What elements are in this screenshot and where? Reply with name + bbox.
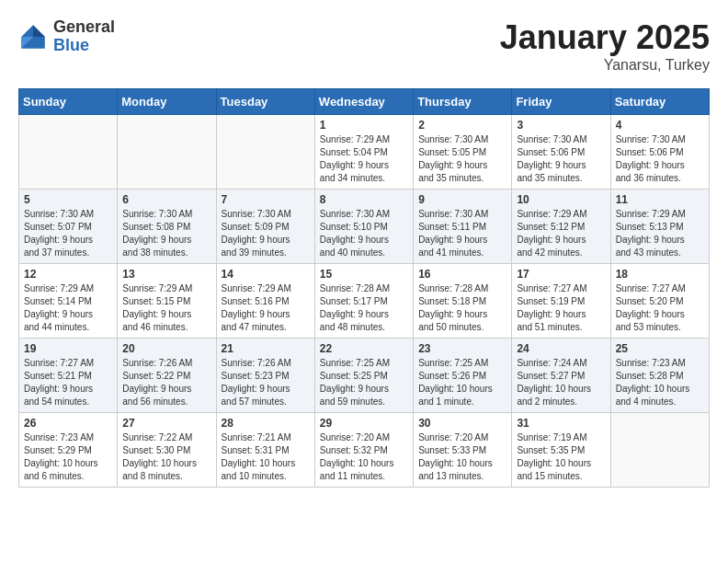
- cell-date: 14: [222, 268, 310, 281]
- cell-date: 17: [517, 268, 605, 281]
- calendar-week-row: 12Sunrise: 7:29 AM Sunset: 5:14 PM Dayli…: [19, 264, 710, 339]
- cell-info: Sunrise: 7:23 AM Sunset: 5:28 PM Dayligh…: [616, 357, 704, 408]
- cell-date: 3: [517, 119, 605, 132]
- table-row: 16Sunrise: 7:28 AM Sunset: 5:18 PM Dayli…: [414, 264, 512, 339]
- cell-info: Sunrise: 7:30 AM Sunset: 5:11 PM Dayligh…: [418, 208, 506, 259]
- cell-date: 7: [222, 193, 310, 206]
- cell-info: Sunrise: 7:29 AM Sunset: 5:04 PM Dayligh…: [320, 133, 408, 185]
- cell-date: 22: [320, 342, 408, 355]
- cell-info: Sunrise: 7:29 AM Sunset: 5:14 PM Dayligh…: [24, 282, 112, 334]
- table-row: 30Sunrise: 7:20 AM Sunset: 5:33 PM Dayli…: [414, 413, 512, 488]
- table-row: 22Sunrise: 7:25 AM Sunset: 5:25 PM Dayli…: [314, 339, 413, 413]
- svg-marker-1: [33, 25, 45, 37]
- cell-date: 21: [222, 342, 310, 355]
- cell-info: Sunrise: 7:29 AM Sunset: 5:12 PM Dayligh…: [517, 208, 605, 259]
- table-row: 27Sunrise: 7:22 AM Sunset: 5:30 PM Dayli…: [118, 413, 216, 488]
- table-row: 23Sunrise: 7:25 AM Sunset: 5:26 PM Dayli…: [414, 339, 512, 413]
- cell-date: 28: [222, 417, 310, 430]
- table-row: 25Sunrise: 7:23 AM Sunset: 5:28 PM Dayli…: [610, 339, 709, 413]
- table-row: [610, 413, 709, 488]
- calendar-table: Sunday Monday Tuesday Wednesday Thursday…: [18, 88, 710, 488]
- cell-date: 25: [616, 342, 704, 355]
- cell-date: 8: [320, 193, 408, 206]
- table-row: 19Sunrise: 7:27 AM Sunset: 5:21 PM Dayli…: [19, 339, 118, 413]
- cell-date: 30: [418, 417, 506, 430]
- cell-date: 9: [418, 193, 506, 206]
- table-row: 24Sunrise: 7:24 AM Sunset: 5:27 PM Dayli…: [512, 339, 610, 413]
- cell-info: Sunrise: 7:21 AM Sunset: 5:31 PM Dayligh…: [222, 431, 310, 483]
- logo-icon: [18, 22, 48, 52]
- cell-date: 29: [320, 417, 408, 430]
- logo-text: General Blue: [53, 18, 115, 55]
- cell-date: 27: [122, 417, 210, 430]
- header-saturday: Saturday: [610, 89, 709, 115]
- table-row: 20Sunrise: 7:26 AM Sunset: 5:22 PM Dayli…: [118, 339, 216, 413]
- table-row: 9Sunrise: 7:30 AM Sunset: 5:11 PM Daylig…: [414, 190, 512, 264]
- table-row: 10Sunrise: 7:29 AM Sunset: 5:12 PM Dayli…: [512, 190, 610, 264]
- cell-info: Sunrise: 7:27 AM Sunset: 5:21 PM Dayligh…: [24, 357, 112, 408]
- table-row: 13Sunrise: 7:29 AM Sunset: 5:15 PM Dayli…: [118, 264, 216, 339]
- cell-info: Sunrise: 7:27 AM Sunset: 5:20 PM Dayligh…: [616, 282, 704, 334]
- table-row: 21Sunrise: 7:26 AM Sunset: 5:23 PM Dayli…: [216, 339, 314, 413]
- calendar-subtitle: Yanarsu, Turkey: [500, 57, 710, 74]
- header-friday: Friday: [512, 89, 610, 115]
- page-header: General Blue January 2025 Yanarsu, Turke…: [18, 18, 710, 74]
- cell-date: 20: [122, 342, 210, 355]
- cell-date: 23: [418, 342, 506, 355]
- cell-date: 4: [616, 119, 704, 132]
- cell-date: 2: [418, 119, 506, 132]
- cell-info: Sunrise: 7:28 AM Sunset: 5:18 PM Dayligh…: [418, 282, 506, 334]
- cell-info: Sunrise: 7:25 AM Sunset: 5:25 PM Dayligh…: [320, 357, 408, 408]
- table-row: 31Sunrise: 7:19 AM Sunset: 5:35 PM Dayli…: [512, 413, 610, 488]
- cell-info: Sunrise: 7:30 AM Sunset: 5:10 PM Dayligh…: [320, 208, 408, 259]
- header-row: Sunday Monday Tuesday Wednesday Thursday…: [19, 89, 710, 115]
- cell-info: Sunrise: 7:30 AM Sunset: 5:07 PM Dayligh…: [24, 208, 112, 259]
- cell-date: 15: [320, 268, 408, 281]
- cell-info: Sunrise: 7:30 AM Sunset: 5:08 PM Dayligh…: [122, 208, 210, 259]
- cell-info: Sunrise: 7:30 AM Sunset: 5:06 PM Dayligh…: [616, 133, 704, 185]
- cell-info: Sunrise: 7:26 AM Sunset: 5:22 PM Dayligh…: [122, 357, 210, 408]
- cell-date: 24: [517, 342, 605, 355]
- logo: General Blue: [18, 18, 115, 55]
- cell-info: Sunrise: 7:30 AM Sunset: 5:05 PM Dayligh…: [418, 133, 506, 185]
- cell-info: Sunrise: 7:26 AM Sunset: 5:23 PM Dayligh…: [222, 357, 310, 408]
- logo-blue: Blue: [53, 37, 115, 55]
- table-row: 11Sunrise: 7:29 AM Sunset: 5:13 PM Dayli…: [610, 190, 709, 264]
- table-row: 28Sunrise: 7:21 AM Sunset: 5:31 PM Dayli…: [216, 413, 314, 488]
- cell-date: 5: [24, 193, 112, 206]
- cell-info: Sunrise: 7:23 AM Sunset: 5:29 PM Dayligh…: [24, 431, 112, 483]
- calendar-week-row: 19Sunrise: 7:27 AM Sunset: 5:21 PM Dayli…: [19, 339, 710, 413]
- table-row: [216, 115, 314, 190]
- calendar-week-row: 5Sunrise: 7:30 AM Sunset: 5:07 PM Daylig…: [19, 190, 710, 264]
- cell-info: Sunrise: 7:28 AM Sunset: 5:17 PM Dayligh…: [320, 282, 408, 334]
- cell-info: Sunrise: 7:30 AM Sunset: 5:09 PM Dayligh…: [222, 208, 310, 259]
- table-row: 6Sunrise: 7:30 AM Sunset: 5:08 PM Daylig…: [118, 190, 216, 264]
- table-row: [118, 115, 216, 190]
- cell-info: Sunrise: 7:29 AM Sunset: 5:13 PM Dayligh…: [616, 208, 704, 259]
- table-row: 15Sunrise: 7:28 AM Sunset: 5:17 PM Dayli…: [314, 264, 413, 339]
- calendar-week-row: 26Sunrise: 7:23 AM Sunset: 5:29 PM Dayli…: [19, 413, 710, 488]
- cell-date: 31: [517, 417, 605, 430]
- table-row: 8Sunrise: 7:30 AM Sunset: 5:10 PM Daylig…: [314, 190, 413, 264]
- cell-date: 26: [24, 417, 112, 430]
- cell-info: Sunrise: 7:24 AM Sunset: 5:27 PM Dayligh…: [517, 357, 605, 408]
- table-row: 26Sunrise: 7:23 AM Sunset: 5:29 PM Dayli…: [19, 413, 118, 488]
- table-row: [19, 115, 118, 190]
- cell-date: 19: [24, 342, 112, 355]
- cell-info: Sunrise: 7:27 AM Sunset: 5:19 PM Dayligh…: [517, 282, 605, 334]
- table-row: 7Sunrise: 7:30 AM Sunset: 5:09 PM Daylig…: [216, 190, 314, 264]
- cell-info: Sunrise: 7:20 AM Sunset: 5:32 PM Dayligh…: [320, 431, 408, 483]
- header-tuesday: Tuesday: [216, 89, 314, 115]
- header-monday: Monday: [118, 89, 216, 115]
- cell-info: Sunrise: 7:22 AM Sunset: 5:30 PM Dayligh…: [122, 431, 210, 483]
- table-row: 29Sunrise: 7:20 AM Sunset: 5:32 PM Dayli…: [314, 413, 413, 488]
- cell-date: 13: [122, 268, 210, 281]
- cell-date: 6: [122, 193, 210, 206]
- table-row: 18Sunrise: 7:27 AM Sunset: 5:20 PM Dayli…: [610, 264, 709, 339]
- cell-date: 16: [418, 268, 506, 281]
- table-row: 17Sunrise: 7:27 AM Sunset: 5:19 PM Dayli…: [512, 264, 610, 339]
- table-row: 2Sunrise: 7:30 AM Sunset: 5:05 PM Daylig…: [414, 115, 512, 190]
- title-section: January 2025 Yanarsu, Turkey: [500, 18, 710, 74]
- header-thursday: Thursday: [414, 89, 512, 115]
- table-row: 5Sunrise: 7:30 AM Sunset: 5:07 PM Daylig…: [19, 190, 118, 264]
